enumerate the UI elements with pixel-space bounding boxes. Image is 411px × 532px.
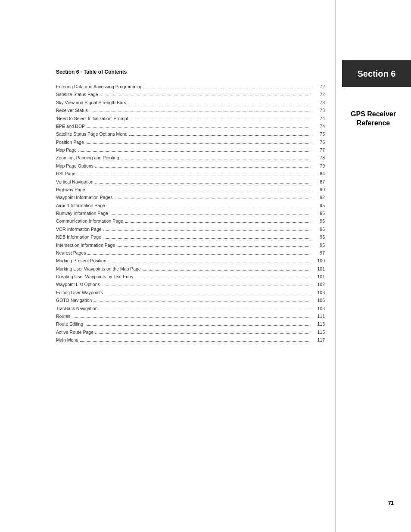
toc-dots [95, 183, 311, 184]
toc-entry: Marking User Waypoints on the Map Page10… [56, 265, 325, 273]
page: Section 6 GPS ReceiverReference Section … [0, 0, 411, 532]
toc-entry: Sky View and Signal Strength Bars73 [56, 99, 325, 106]
toc-item: EPE and DOP74 [56, 122, 325, 130]
toc-item: Entering Data and Accessing Programming7… [56, 83, 325, 90]
toc-label: Entering Data and Accessing Programming [56, 83, 143, 90]
toc-item: Route Editing113 [56, 320, 325, 328]
toc-dots [99, 310, 311, 310]
toc-page-number: 102 [313, 280, 325, 288]
toc-page-number: 79 [313, 162, 325, 170]
toc-item: Active Route Page115 [56, 328, 325, 336]
toc-label: Marking User Waypoints on the Map Page [56, 265, 141, 273]
toc-dots [125, 222, 311, 223]
toc-entry: Waypoint List Options102 [56, 280, 325, 288]
toc-entry: Marking Present Position100 [56, 257, 325, 264]
toc-dots [77, 175, 311, 175]
toc-label: Creating User Waypoints by Text Entry [56, 273, 134, 280]
toc-page-number: 103 [313, 289, 325, 296]
toc-entry: Creating User Waypoints by Text Entry101 [56, 273, 325, 280]
toc-label: HSI Page [56, 170, 75, 177]
toc-entry: Satellite Status Page72 [56, 90, 325, 98]
toc-dots [103, 230, 311, 231]
toc-label: Satellite Status Page [56, 90, 98, 98]
toc-label: TracBack Navigation [56, 305, 97, 312]
toc-page-number: 96 [313, 225, 325, 233]
toc-entry: Highway Page90 [56, 186, 325, 193]
toc-item: Communication Information Page96 [56, 217, 325, 225]
toc-dots [87, 128, 311, 128]
toc-page-number: 111 [313, 312, 325, 320]
toc-item: Satellite Status Page72 [56, 90, 325, 98]
toc-item: Receiver Status73 [56, 106, 325, 114]
toc-dots [103, 238, 311, 239]
toc-page-number: 106 [313, 296, 325, 304]
toc-label: Main Menu [56, 336, 78, 344]
toc-item: Zooming, Panning and Pointing78 [56, 154, 325, 162]
toc-entry: EPE and DOP74 [56, 122, 325, 130]
toc-page-number: 74 [313, 122, 325, 130]
toc-item: 'Need to Select Initialization' Prompt74 [56, 115, 325, 122]
toc-page-number: 101 [313, 273, 325, 280]
toc-dots [115, 199, 311, 199]
toc-item: Position Page76 [56, 138, 325, 146]
toc-dots [110, 215, 311, 215]
toc-item: TracBack Navigation108 [56, 305, 325, 312]
toc-item: Marking User Waypoints on the Map Page10… [56, 265, 325, 273]
toc-item: Marking Present Position100 [56, 257, 325, 264]
toc-page-number: 76 [313, 138, 325, 146]
toc-dots [90, 112, 311, 112]
toc-dots [100, 96, 311, 96]
toc-item: Satellite Status Page Options Menu75 [56, 130, 325, 138]
toc-label: Marking Present Position [56, 257, 106, 264]
toc-page-number: 78 [313, 154, 325, 162]
toc-item: Runway Information Page95 [56, 209, 325, 217]
toc-entry: Position Page76 [56, 138, 325, 146]
toc-entry: Nearest Pages97 [56, 249, 325, 257]
toc-label: Active Route Page [56, 328, 93, 336]
toc-dots [117, 246, 311, 247]
toc-page-number: 95 [313, 209, 325, 217]
toc-dots [72, 317, 311, 318]
toc-dots [87, 254, 311, 255]
toc-item: Map Page77 [56, 146, 325, 154]
toc-item: Sky View and Signal Strength Bars73 [56, 99, 325, 106]
toc-list: Entering Data and Accessing Programming7… [56, 83, 325, 344]
toc-label: Map Page [56, 146, 77, 154]
toc-heading: Section 6 - Table of Contents [56, 69, 325, 75]
toc-dots [129, 135, 311, 136]
toc-entry: Receiver Status73 [56, 106, 325, 114]
toc-label: Zooming, Panning and Pointing [56, 154, 119, 162]
toc-item: Waypoint List Options102 [56, 280, 325, 288]
toc-label: Waypoint Information Pages [56, 193, 113, 201]
toc-entry: GOTO Navigation106 [56, 296, 325, 304]
toc-entry: Route Editing113 [56, 320, 325, 328]
toc-page-number: 96 [313, 241, 325, 249]
toc-entry: Runway Information Page95 [56, 209, 325, 217]
toc-page-number: 108 [313, 305, 325, 312]
toc-dots [143, 270, 311, 271]
toc-label: Editing User Waypoints [56, 289, 103, 296]
toc-label: Receiver Status [56, 106, 88, 114]
toc-label: Nearest Pages [56, 249, 86, 257]
toc-entry: HSI Page84 [56, 170, 325, 177]
toc-page-number: 92 [313, 193, 325, 201]
toc-page-number: 74 [313, 115, 325, 122]
toc-entry: Editing User Waypoints103 [56, 289, 325, 296]
toc-dots [95, 333, 311, 334]
toc-item: NDB Information Page96 [56, 233, 325, 241]
toc-label: VOR Information Page [56, 225, 102, 233]
toc-page-number: 117 [313, 336, 325, 344]
toc-page-number: 100 [313, 257, 325, 264]
toc-page-number: 97 [313, 249, 325, 257]
toc-dots [80, 341, 311, 342]
toc-entry: Communication Information Page96 [56, 217, 325, 225]
toc-label: EPE and DOP [56, 122, 85, 130]
toc-entry: Waypoint Information Pages92 [56, 193, 325, 201]
toc-page-number: 75 [313, 130, 325, 138]
toc-page-number: 72 [313, 83, 325, 90]
toc-item: Airport Information Page95 [56, 202, 325, 209]
toc-item: Main Menu117 [56, 336, 325, 344]
toc-entry: Main Menu117 [56, 336, 325, 344]
gps-reference-title: GPS ReceiverReference [351, 110, 396, 127]
toc-label: Runway Information Page [56, 209, 108, 217]
